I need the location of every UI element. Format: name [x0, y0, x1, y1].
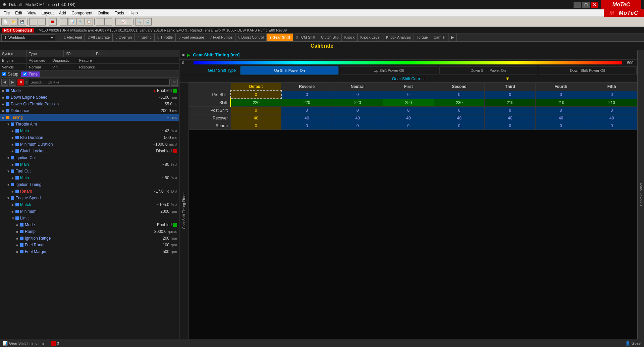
th-third[interactable]: Third: [485, 83, 536, 91]
tab-knock-analysis[interactable]: Knock Analysis: [383, 34, 414, 41]
tab-throttle[interactable]: 5 Throttle: [155, 34, 176, 41]
td-recover-third[interactable]: 40: [485, 114, 536, 122]
td-rearm-default[interactable]: 0: [230, 122, 281, 130]
td-rearm-first[interactable]: 0: [383, 122, 434, 130]
gs-play-btn[interactable]: ▶: [187, 53, 190, 57]
td-rearm-fifth[interactable]: 0: [586, 122, 637, 130]
tree-item-fuel-cut[interactable]: ▼ Fuel Cut: [0, 168, 179, 175]
tree-item-power-on-throttle[interactable]: ■ Power On Throttle Position 55.0 %: [0, 101, 179, 107]
td-pre-shift-fourth[interactable]: 0: [535, 91, 586, 99]
td-post-shift-default[interactable]: 0: [230, 107, 281, 114]
tree-item-fuel-cut-main[interactable]: ■ Main ~ 50 % #: [0, 175, 179, 181]
td-shift-default[interactable]: 220: [230, 99, 281, 107]
tb-2[interactable]: 📊: [68, 18, 76, 26]
gs-type-up-power-off[interactable]: Up Shift Power Off: [340, 66, 438, 75]
td-post-shift-neutral[interactable]: 0: [332, 107, 383, 114]
td-pre-shift-second[interactable]: 0: [434, 91, 485, 99]
tune-checkbox[interactable]: [23, 72, 27, 76]
td-rearm-fourth[interactable]: 0: [535, 122, 586, 130]
tab-cam-ti[interactable]: Cam Ti: [431, 34, 448, 41]
tab-flex-fuel[interactable]: 1 Flex Fuel: [61, 34, 85, 41]
th-fifth[interactable]: Fifth: [586, 83, 637, 91]
search-close-btn[interactable]: ✕: [171, 79, 178, 86]
menu-component[interactable]: Component: [69, 11, 94, 15]
menu-layout[interactable]: Layout: [40, 11, 56, 15]
td-post-shift-reverse[interactable]: 0: [281, 107, 332, 114]
tb-stop[interactable]: ⏹: [49, 18, 57, 26]
tab-knock[interactable]: Knock: [342, 34, 358, 41]
tb-1[interactable]: ⚙: [60, 18, 68, 26]
td-recover-reverse[interactable]: 40: [281, 114, 332, 122]
tab-fueling[interactable]: 4 fueling: [135, 34, 155, 41]
td-rearm-second[interactable]: 0: [434, 122, 485, 130]
tree-item-ignition-range[interactable]: ■ Ignition Range 200 rpm: [0, 235, 179, 242]
td-shift-fourth[interactable]: 210: [535, 99, 586, 107]
tb-undo[interactable]: ↩: [29, 18, 37, 26]
td-shift-second[interactable]: 230: [434, 99, 485, 107]
tab-torque[interactable]: Torque: [414, 34, 431, 41]
td-pre-shift-first[interactable]: 0: [383, 91, 434, 99]
setup-checkbox-label[interactable]: Setup: [2, 72, 18, 77]
td-recover-fifth[interactable]: 40: [586, 114, 637, 122]
tab-all-calibrate[interactable]: 2 All calibrate: [85, 34, 113, 41]
td-shift-first[interactable]: 250: [383, 99, 434, 107]
tb-redo[interactable]: ↪: [38, 18, 46, 26]
tree-item-match[interactable]: ■ Match ~ 105.0 % #: [0, 201, 179, 208]
tree-item-throttle-main[interactable]: ■ Main ~ 43 % #: [0, 128, 179, 134]
tab-knock-level[interactable]: Knock Level: [358, 34, 383, 41]
th-fourth[interactable]: Fourth: [535, 83, 586, 91]
td-post-shift-fifth[interactable]: 0: [586, 107, 637, 114]
tree-item-limit[interactable]: ▼ Limit: [0, 215, 179, 221]
td-recover-default[interactable]: 40: [230, 114, 281, 122]
menu-online[interactable]: Online: [96, 11, 111, 15]
tab-more[interactable]: ▶: [448, 34, 457, 41]
close-button[interactable]: ✕: [591, 2, 598, 8]
tree-item-timing[interactable]: ■ Timing ~ # ms: [0, 114, 179, 121]
tree-item-limit-mode[interactable]: ■ Mode Enabled: [0, 221, 179, 228]
td-recover-neutral[interactable]: 40: [332, 114, 383, 122]
menu-help[interactable]: Help: [127, 11, 140, 15]
menu-edit[interactable]: Edit: [13, 11, 24, 15]
tree-item-ramp[interactable]: ■ Ramp 3000.0 rpm/s: [0, 228, 179, 235]
tree-item-fuel-margin[interactable]: ■ Fuel Margin 500 rpm: [0, 248, 179, 255]
td-rearm-neutral[interactable]: 0: [332, 122, 383, 130]
td-shift-fifth[interactable]: 210: [586, 99, 637, 107]
td-rearm-reverse[interactable]: 0: [281, 122, 332, 130]
th-default[interactable]: Default: [230, 83, 281, 91]
td-rearm-third[interactable]: 0: [485, 122, 536, 130]
td-post-shift-first[interactable]: 0: [383, 107, 434, 114]
tb-open[interactable]: 📂: [10, 18, 18, 26]
tb-5[interactable]: ▶: [96, 18, 104, 26]
tb-new[interactable]: 📄: [1, 18, 9, 26]
tab-gear-shift[interactable]: 9 Gear Shift: [267, 34, 293, 41]
td-pre-shift-third[interactable]: 0: [485, 91, 536, 99]
tree-item-blip-duration[interactable]: ■ Blip Duration 500 ms: [0, 134, 179, 141]
td-shift-third[interactable]: 210: [485, 99, 536, 107]
tab-tcm-shift[interactable]: 0 TCM Shift: [293, 34, 318, 41]
tree-item-minimum[interactable]: ■ Minimum 2000 rpm: [0, 208, 179, 215]
td-pre-shift-default[interactable]: 0: [230, 91, 281, 99]
tb-save[interactable]: 💾: [18, 18, 26, 26]
td-post-shift-third[interactable]: 0: [485, 107, 536, 114]
workbook-select[interactable]: 1: Workbook: [1, 34, 55, 41]
td-post-shift-fourth[interactable]: 0: [535, 107, 586, 114]
search-fwd-btn[interactable]: ▶: [9, 79, 16, 86]
td-shift-neutral[interactable]: 220: [332, 99, 383, 107]
th-reverse[interactable]: Reverse: [281, 83, 332, 91]
td-pre-shift-neutral[interactable]: 0: [332, 91, 383, 99]
td-post-shift-second[interactable]: 0: [434, 107, 485, 114]
td-recover-first[interactable]: 40: [383, 114, 434, 122]
tb-more2[interactable]: 📡: [144, 18, 152, 26]
td-pre-shift-reverse[interactable]: 0: [281, 91, 332, 99]
tree-item-ignition-timing[interactable]: ▼ Ignition Timing: [0, 181, 179, 188]
tree-item-minimum-duration[interactable]: ■ Minimum Duration ~ 1000.0 ms #: [0, 141, 179, 148]
tree-item-engine-speed[interactable]: ▼ Engine Speed: [0, 195, 179, 201]
gs-type-down-power-on[interactable]: Down Shift Power On: [439, 66, 537, 75]
tab-fuel-pressure[interactable]: 6 Fuel pressure: [176, 34, 207, 41]
tab-fuel-pumps[interactable]: 7 Fuel Pumps: [207, 34, 236, 41]
setup-checkbox[interactable]: [2, 72, 6, 76]
gs-collapse-btn[interactable]: ■: [182, 53, 184, 57]
tree-item-throttle-aim[interactable]: ▼ Throttle Aim: [0, 121, 179, 128]
th-neutral[interactable]: Neutral: [332, 83, 383, 91]
maximize-button[interactable]: □: [582, 2, 590, 8]
